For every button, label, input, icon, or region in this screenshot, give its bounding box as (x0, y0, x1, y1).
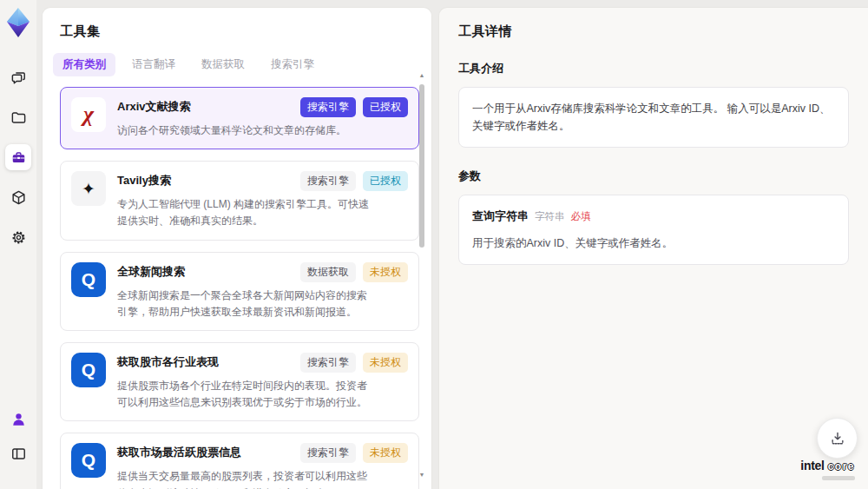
tool-title: 全球新闻搜索 (117, 262, 185, 280)
badge: 搜索引擎 (300, 171, 356, 191)
tool-title: Arxiv文献搜索 (117, 97, 191, 115)
param-type: 字符串 (535, 211, 565, 221)
tool-card-main: 全球新闻搜索 数据获取未授权 全球新闻搜索是一个聚合全球各大新闻网站内容的搜索引… (117, 262, 408, 320)
tool-description: 提供当天交易量最高的股票列表，投资者可以利用这些信息来识别流动性强的股票和潜在的… (117, 468, 371, 489)
tool-card[interactable]: χ Arxiv文献搜索 搜索引擎已授权 访问各个研究领域大量科学论文和文章的存储… (60, 87, 419, 149)
user-icon[interactable] (5, 406, 31, 432)
detail-title: 工具详情 (458, 23, 849, 40)
badge: 未授权 (363, 262, 408, 282)
settings-icon[interactable] (5, 224, 31, 250)
category-tab[interactable]: 所有类别 (53, 53, 115, 76)
param-name: 查询字符串 (472, 209, 529, 222)
param-box: 查询字符串字符串必填 用于搜索的Arxiv ID、关键字或作者姓名。 (458, 195, 849, 265)
badge: 搜索引擎 (300, 443, 356, 463)
download-icon (829, 430, 846, 447)
tool-card-main: 获取股市各行业表现 搜索引擎未授权 提供股票市场各个行业在特定时间段内的表现。投… (117, 353, 408, 411)
tool-description: 访问各个研究领域大量科学论文和文章的存储库。 (117, 122, 371, 139)
param-header: 查询字符串字符串必填 (472, 208, 835, 226)
tool-card-head: 获取股市各行业表现 搜索引擎未授权 (117, 353, 408, 373)
download-button[interactable] (817, 418, 858, 459)
tool-list: χ Arxiv文献搜索 搜索引擎已授权 访问各个研究领域大量科学论文和文章的存储… (60, 87, 419, 489)
toolbox-icon[interactable] (5, 144, 31, 170)
tool-icon: Q (71, 443, 106, 478)
tool-icon: Q (71, 353, 106, 387)
tool-card[interactable]: ✦ Tavily搜索 搜索引擎已授权 专为人工智能代理 (LLM) 构建的搜索引… (60, 161, 419, 240)
param-required-badge: 必填 (571, 211, 591, 221)
tool-badges: 数据获取未授权 (300, 262, 408, 282)
tool-list-panel: 工具集 所有类别语言翻译数据获取搜索引擎 χ Arxiv文献搜索 搜索引擎已授权… (42, 7, 432, 489)
tool-card-main: Arxiv文献搜索 搜索引擎已授权 访问各个研究领域大量科学论文和文章的存储库。 (117, 97, 408, 139)
badge: 未授权 (363, 353, 408, 373)
params-heading: 参数 (458, 169, 849, 184)
tool-badges: 搜索引擎已授权 (300, 171, 408, 191)
badge: 已授权 (363, 97, 408, 117)
package-icon[interactable] (5, 184, 31, 210)
tool-card-head: 获取市场最活跃股票信息 搜索引擎未授权 (117, 443, 408, 463)
tool-icon: Q (71, 262, 106, 297)
category-tab[interactable]: 搜索引擎 (261, 53, 324, 76)
intel-logo-subbar (822, 476, 855, 480)
tool-title: 获取市场最活跃股票信息 (117, 443, 241, 460)
badge: 搜索引擎 (300, 97, 356, 117)
tool-card[interactable]: Q 全球新闻搜索 数据获取未授权 全球新闻搜索是一个聚合全球各大新闻网站内容的搜… (60, 252, 419, 331)
category-tab[interactable]: 语言翻译 (122, 53, 185, 76)
tool-badges: 搜索引擎未授权 (300, 443, 408, 463)
tool-icon: χ (71, 97, 106, 132)
intro-heading: 工具介绍 (458, 61, 849, 76)
tool-card-main: 获取市场最活跃股票信息 搜索引擎未授权 提供当天交易量最高的股票列表，投资者可以… (117, 443, 408, 489)
intro-text: 一个用于从Arxiv存储库搜索科学论文和文章的工具。 输入可以是Arxiv ID… (472, 102, 831, 132)
tool-title: Tavily搜索 (117, 171, 171, 188)
tool-description: 提供股票市场各个行业在特定时间段内的表现。投资者可以利用这些信息来识别表现优于或… (117, 378, 371, 411)
tool-description: 全球新闻搜索是一个聚合全球各大新闻网站内容的搜索引擎，帮助用户快速获取全球最新资… (117, 287, 371, 320)
list-scrollbar[interactable]: ▲ ▼ (418, 72, 426, 479)
badge: 已授权 (363, 171, 408, 191)
tool-title: 获取股市各行业表现 (117, 353, 219, 370)
tool-badges: 搜索引擎未授权 (300, 353, 408, 373)
category-tab[interactable]: 数据获取 (192, 53, 254, 76)
folder-icon[interactable] (5, 104, 31, 130)
tool-badges: 搜索引擎已授权 (300, 97, 408, 117)
param-desc: 用于搜索的Arxiv ID、关键字或作者姓名。 (472, 235, 835, 252)
category-tabs: 所有类别语言翻译数据获取搜索引擎 (53, 53, 431, 76)
tool-detail-panel: 工具详情 工具介绍 一个用于从Arxiv存储库搜索科学论文和文章的工具。 输入可… (438, 7, 868, 489)
tool-icon: ✦ (71, 171, 106, 206)
page-title: 工具集 (60, 23, 431, 40)
chat-icon[interactable] (5, 64, 31, 90)
tool-card-head: Tavily搜索 搜索引擎已授权 (117, 171, 408, 191)
tool-description: 专为人工智能代理 (LLM) 构建的搜索引擎工具。可快速提供实时、准确和真实的结… (117, 196, 371, 229)
panel-toggle-icon[interactable] (5, 440, 31, 466)
scroll-up-icon[interactable]: ▲ (418, 72, 426, 79)
core-wordmark: core (828, 460, 855, 472)
scroll-down-icon[interactable]: ▼ (418, 472, 426, 479)
intel-core-logo: intelcore (800, 458, 855, 480)
left-rail (0, 0, 36, 489)
tool-card-head: 全球新闻搜索 数据获取未授权 (117, 262, 408, 282)
intel-wordmark: intel (800, 459, 824, 472)
tool-card[interactable]: Q 获取市场最活跃股票信息 搜索引擎未授权 提供当天交易量最高的股票列表，投资者… (60, 433, 419, 489)
badge: 数据获取 (300, 262, 356, 282)
scrollbar-thumb[interactable] (419, 84, 424, 248)
badge: 搜索引擎 (300, 353, 356, 373)
tool-card-main: Tavily搜索 搜索引擎已授权 专为人工智能代理 (LLM) 构建的搜索引擎工… (117, 171, 408, 229)
badge: 未授权 (363, 443, 408, 463)
intro-box: 一个用于从Arxiv存储库搜索科学论文和文章的工具。 输入可以是Arxiv ID… (458, 87, 849, 148)
tool-card-head: Arxiv文献搜索 搜索引擎已授权 (117, 97, 408, 117)
app-logo-icon (4, 7, 32, 38)
tool-card[interactable]: Q 获取股市各行业表现 搜索引擎未授权 提供股票市场各个行业在特定时间段内的表现… (60, 342, 419, 421)
